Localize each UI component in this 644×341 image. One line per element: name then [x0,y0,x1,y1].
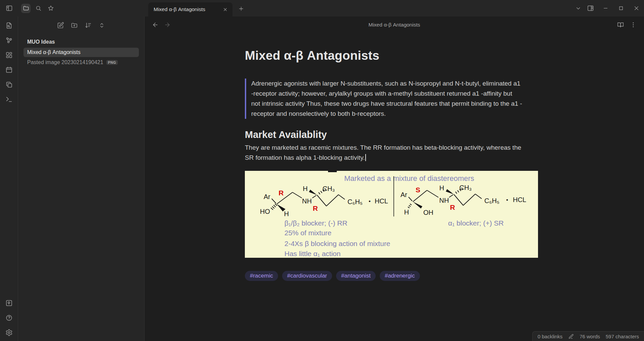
cropped-artifact [328,171,337,172]
tag-antagonist[interactable]: #antagonist [336,271,376,281]
maximize-icon [618,5,624,11]
folder-icon [23,5,29,11]
tag-cardiovascular[interactable]: #cardiovascular [282,271,332,281]
tag-list: #racemic #cardiovascular #antagonist #ad… [245,271,538,281]
new-tab-button[interactable] [236,4,246,13]
paragraph: They are marketed as racemic mixtures. T… [245,143,538,163]
atom-label: H [439,184,444,192]
backlinks-count[interactable]: 0 backlinks [538,334,562,339]
stereo-label: R [313,204,318,212]
tab-active[interactable]: Mixed α-β Antagonists [148,2,232,16]
paragraph-line: SR formation has alpha 1-blocking activi… [245,153,538,163]
tab-title: Mixed α-β Antagonists [154,6,221,12]
layout-grid-icon [5,51,13,59]
chevrons-up-down-icon [98,22,105,29]
embedded-image-diastereomers[interactable]: Marketed as a mixture of diastereomers [245,171,538,258]
folder-muo-ideas[interactable]: MUO Ideas [18,37,144,47]
search-icon [35,5,42,11]
tag-adrenergic[interactable]: #adrenergic [380,271,420,281]
stereo-label: R [278,189,283,197]
blockquote-line: -receptor activity; however, arylalkyl g… [251,89,538,99]
atom-label: NH [302,197,312,205]
pencil-icon [568,334,574,339]
file-tree: MUO Ideas Mixed α-β Antagonists Pasted i… [18,37,144,67]
atom-label: OH [423,209,433,216]
terminal-button[interactable] [5,95,13,104]
bookmarks-tab-button[interactable] [46,4,55,13]
minimize-button[interactable] [598,0,613,16]
kebab-menu-icon [630,21,637,28]
text-cursor [365,154,366,161]
salt-dot: • [369,198,371,204]
right-sidebar-toggle-button[interactable] [586,4,595,13]
chevron-down-icon [575,5,581,11]
close-window-button[interactable] [629,0,644,16]
stereo-label: S [416,186,420,194]
blockquote-line: not intrinsic activity Thus, these two d… [251,99,538,109]
atom-label: CH₃ [322,185,335,192]
view-header: Mixed α-β Antagonists [145,16,644,33]
edit-mode-indicator[interactable] [568,334,574,339]
help-button[interactable] [5,313,13,322]
left-ribbon [0,16,18,341]
search-tab-button[interactable] [34,4,43,13]
copy-icon [5,81,13,88]
copy-button[interactable] [5,80,13,89]
tab-list-button[interactable] [574,4,583,13]
graph-view-icon [5,37,13,44]
sidebar-left-icon [6,5,13,12]
sort-order-button[interactable] [84,20,93,30]
atom-label: C₆H₅ [484,197,499,204]
arrow-left-icon [152,21,159,28]
maximize-button[interactable] [613,0,629,16]
left-sidebar-toggle-button[interactable] [4,4,14,13]
editor-pane: Mixed α-β Antagonists Mixed α-β A [145,16,644,341]
obsidian-window: Mixed α-β Antagonists [0,0,644,341]
back-button[interactable] [151,20,160,30]
paragraph-line: They are marketed as racemic mixtures. T… [245,143,538,153]
section-heading: Market Availablity [245,129,538,140]
canvas-button[interactable] [5,51,13,59]
file-explorer: MUO Ideas Mixed α-β Antagonists Pasted i… [18,16,145,341]
caption-right-1: α₁ blocker; (+) SR [448,219,504,227]
close-icon [634,5,639,11]
files-tab-button[interactable] [21,4,31,13]
tab-close-button[interactable] [221,5,229,13]
settings-button[interactable] [5,328,13,337]
reading-view-button[interactable] [616,20,625,30]
gear-icon [5,329,13,336]
help-icon [5,314,13,322]
blockquote: Adrenergic agonists with larger N-substi… [245,79,538,119]
explorer-header [18,20,144,30]
new-note-icon [57,22,64,29]
calendar-button[interactable] [5,65,13,74]
minimize-icon [603,5,608,11]
file-mixed-antagonists[interactable]: Mixed α-β Antagonists [23,48,139,57]
more-options-button[interactable] [629,20,638,30]
note-content[interactable]: Mixed α-β Antagonists Adrenergic agonist… [245,49,538,281]
vault-icon [5,299,13,307]
stereo-label: R [450,203,455,211]
star-icon [48,5,54,11]
new-folder-icon [71,22,78,29]
close-icon [223,7,228,12]
file-search-button[interactable] [5,21,13,30]
note-title-h1: Mixed α-β Antagonists [245,49,538,63]
salt-label: HCL [513,196,526,203]
caption-left-3: 2-4Xs β blocking action of mixture [284,240,390,247]
calendar-icon [5,66,13,74]
status-bar: 0 backlinks 76 words 597 characters [532,331,644,341]
tag-racemic[interactable]: #racemic [245,271,278,281]
graph-view-button[interactable] [5,36,13,45]
atom-label: H [404,208,409,216]
file-pasted-image[interactable]: Pasted image 20230214190421 PNG [23,58,139,67]
new-note-button[interactable] [56,20,65,30]
atom-label: C₆H₅ [347,198,363,205]
atom-label: H [303,185,308,192]
atom-label: HO [260,208,270,215]
vault-switcher-button[interactable] [5,299,13,307]
sort-icon [85,22,92,29]
collapse-all-button[interactable] [97,20,107,30]
forward-button[interactable] [163,20,172,30]
new-folder-button[interactable] [70,20,79,30]
